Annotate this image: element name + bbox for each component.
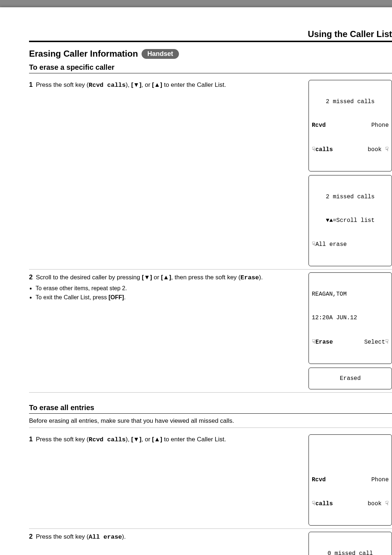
text: , or: [142, 81, 152, 88]
softkey-label: book: [368, 501, 381, 507]
lcd-softkey-row: ☟calls book ☟: [312, 145, 389, 154]
lcd-line: Erased: [340, 375, 361, 383]
step-text: 1 Press the soft key (Rcvd calls), [▼], …: [29, 434, 301, 445]
lcd-column: 0 missed call ▼▲=Scroll list ☟All erase: [309, 532, 392, 555]
lcd-softkey-row: ☟All erase: [312, 240, 389, 249]
softkey-label: calls: [315, 501, 333, 507]
text: Press the soft key (: [36, 436, 89, 443]
step-number: 1: [29, 436, 33, 443]
all-step-1: 1 Press the soft key (Rcvd calls), [▼], …: [29, 432, 392, 529]
off-key: [OFF]: [109, 294, 124, 300]
step-text: 2 Scroll to the desired caller by pressi…: [29, 272, 301, 301]
text: , then press the soft key (: [171, 274, 241, 281]
step-number: 2: [29, 274, 33, 281]
text: Press the soft key (: [36, 533, 89, 540]
lcd-line: 0 missed call: [312, 550, 389, 555]
specific-step-1: 1 Press the soft key (Rcvd calls), [▼], …: [29, 77, 392, 270]
specific-step-2: 2 Scroll to the desired caller by pressi…: [29, 270, 392, 393]
bullet-list: To erase other items, repeat step 2. To …: [36, 284, 301, 301]
rule: [29, 413, 392, 414]
step-number: 1: [29, 81, 33, 88]
softarrow-down-icon: ☟: [312, 339, 315, 345]
page-title: Erasing Caller Information: [29, 49, 138, 59]
softkey-erase: Erase: [240, 274, 259, 281]
subheading-specific: To erase a specific caller: [29, 63, 392, 72]
text: ).: [122, 533, 126, 540]
text: ),: [126, 436, 131, 443]
down-key: [▼]: [131, 436, 141, 443]
step-number: 2: [29, 533, 33, 540]
lcd-line: 2 missed calls: [312, 98, 389, 106]
lcd-column: 2 missed calls Rcvd Phone ☟calls book ☟ …: [309, 80, 392, 266]
page-title-row: Erasing Caller Information Handset: [29, 49, 392, 59]
lcd-line: REAGAN,TOM: [312, 291, 389, 299]
lcd-screen: Rcvd Phone ☟calls book ☟: [309, 434, 392, 526]
softarrow-down-icon: ☟: [312, 241, 315, 247]
softkey-all-erase: All erase: [89, 534, 122, 540]
lcd-softkey-left: ☟calls: [312, 499, 333, 508]
softarrow-down-icon: ☟: [312, 500, 315, 506]
all-step-2: 2 Press the soft key (All erase). 0 miss…: [29, 529, 392, 555]
lcd-line: 12:20A JUN.12: [312, 314, 389, 322]
up-key: [▲]: [152, 81, 162, 88]
bullet: To erase other items, repeat step 2.: [36, 284, 301, 292]
lcd-screen: 2 missed calls ▼▲=Scroll list ☟All erase: [309, 175, 392, 267]
lcd-screen: Erased: [309, 368, 392, 389]
softarrow-down-icon: ☟: [385, 146, 389, 152]
text: to enter the Caller List.: [162, 436, 226, 443]
lcd-screen: REAGAN,TOM 12:20A JUN.12 ☟Erase Select☟: [309, 272, 392, 364]
softkey-label: All erase: [315, 241, 347, 248]
lcd-softkey-left: ☟Erase: [312, 338, 333, 347]
section-title: Using the Caller List: [29, 29, 392, 39]
softarrow-down-icon: ☟: [312, 146, 315, 152]
lcd-line: ▼▲=Scroll list: [312, 217, 389, 225]
rule: [29, 73, 392, 73]
text: to enter the Caller List.: [162, 81, 226, 88]
lcd-column: Rcvd Phone ☟calls book ☟: [309, 434, 392, 526]
lcd-line: Rcvd Phone: [312, 122, 389, 130]
text: , or: [142, 436, 152, 443]
manual-page: Telephone System Using the Caller List E…: [0, 7, 392, 555]
subheading-all: To erase all entries: [29, 404, 392, 412]
lcd-screen: 0 missed call ▼▲=Scroll list ☟All erase: [309, 532, 392, 555]
softkey-label: Select: [364, 339, 385, 345]
softarrow-down-icon: ☟: [385, 500, 389, 506]
down-key: [▼]: [131, 81, 141, 88]
down-key: [▼]: [142, 274, 152, 281]
lcd-softkey-row: ☟calls book ☟: [312, 499, 389, 508]
text: To exit the Caller List, press: [36, 294, 109, 300]
step-text: 1 Press the soft key (Rcvd calls), [▼], …: [29, 80, 301, 90]
rule: [29, 428, 392, 428]
lcd-line: Rcvd Phone: [312, 476, 389, 484]
step-text: 2 Press the soft key (All erase).: [29, 532, 301, 542]
lcd-label: Phone: [371, 476, 389, 484]
text: Press the soft key (: [36, 81, 89, 88]
up-key: [▲]: [161, 274, 171, 281]
lcd-softkey-right: Select☟: [364, 338, 389, 347]
text: or: [152, 274, 161, 281]
text: ).: [259, 274, 263, 281]
lcd-label: Phone: [371, 122, 389, 130]
text: Scroll to the desired caller by pressing: [36, 274, 142, 281]
thick-rule: [29, 41, 392, 42]
lcd-column: REAGAN,TOM 12:20A JUN.12 ☟Erase Select☟ …: [309, 272, 392, 389]
lcd-label: Rcvd: [312, 122, 326, 130]
intro-text: Before erasing all entries, make sure th…: [29, 417, 392, 425]
bullet: To exit the Caller List, press [OFF].: [36, 293, 301, 301]
lcd-softkey-left: ☟calls: [312, 145, 333, 154]
lcd-softkey-right: book ☟: [368, 145, 389, 154]
text: ),: [126, 81, 131, 88]
softkey-label: Erase: [315, 339, 333, 345]
lcd-softkey-left: ☟All erase: [312, 240, 347, 249]
softkey-rcvd-calls: Rcvd calls: [89, 436, 126, 443]
lcd-screen: 2 missed calls Rcvd Phone ☟calls book ☟: [309, 80, 392, 171]
up-key: [▲]: [152, 436, 162, 443]
softkey-rcvd-calls: Rcvd calls: [89, 82, 126, 89]
softkey-label: calls: [315, 146, 333, 153]
lcd-label: Rcvd: [312, 476, 326, 484]
text: .: [124, 294, 126, 300]
lcd-line: 2 missed calls: [312, 193, 389, 201]
handset-pill: Handset: [142, 49, 179, 59]
lcd-softkey-right: book ☟: [368, 499, 389, 508]
lcd-softkey-row: ☟Erase Select☟: [312, 338, 389, 347]
